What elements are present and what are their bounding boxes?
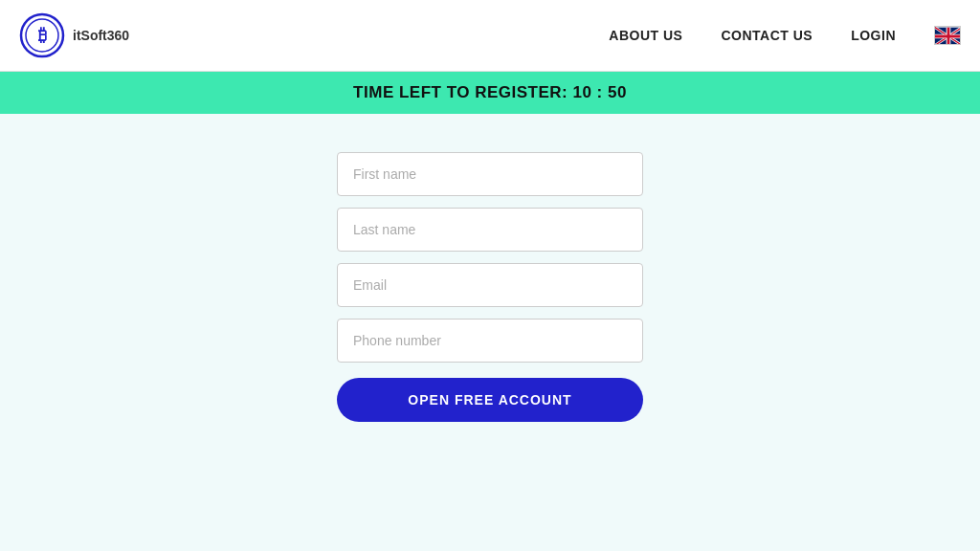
nav-contact-us[interactable]: CONTACT US [721, 28, 813, 43]
nav-links: ABOUT US CONTACT US LOGIN [609, 26, 961, 45]
language-flag-icon[interactable] [934, 26, 961, 45]
open-account-button[interactable]: OPEN FREE ACCOUNT [337, 378, 643, 422]
nav-login[interactable]: LOGIN [851, 28, 896, 43]
logo-text: itSoft360 [73, 28, 129, 43]
logo-area: ₿ itSoft360 [19, 12, 129, 58]
email-input[interactable] [337, 263, 643, 307]
logo-icon: ₿ [19, 12, 65, 58]
nav-about-us[interactable]: ABOUT US [609, 28, 682, 43]
phone-input[interactable] [337, 319, 643, 363]
registration-form: OPEN FREE ACCOUNT [337, 152, 643, 422]
timer-text: TIME LEFT TO REGISTER: 10 : 50 [353, 83, 627, 101]
main-content: OPEN FREE ACCOUNT [0, 114, 980, 422]
header: ₿ itSoft360 ABOUT US CONTACT US LOGIN [0, 0, 980, 72]
timer-banner: TIME LEFT TO REGISTER: 10 : 50 [0, 72, 980, 114]
first-name-input[interactable] [337, 152, 643, 196]
last-name-input[interactable] [337, 208, 643, 252]
svg-text:₿: ₿ [38, 26, 47, 45]
